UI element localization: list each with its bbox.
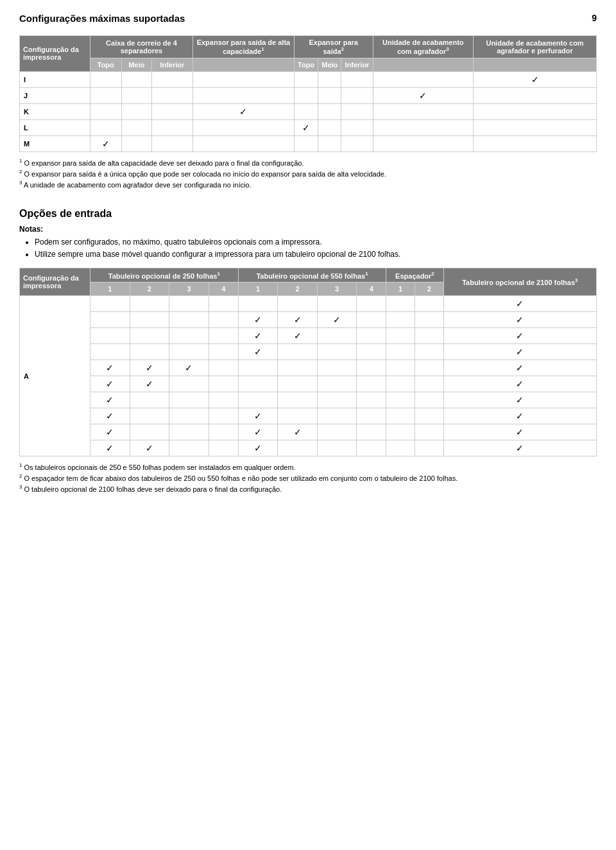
th-meio2: Meio <box>318 58 341 71</box>
table-row: ✓ ✓ ✓ ✓ <box>20 312 597 328</box>
row-label-M: M <box>20 135 90 152</box>
table-row: ✓ ✓ <box>20 344 597 360</box>
section2-heading: Opções de entrada <box>19 208 597 220</box>
th-agr <box>373 58 474 71</box>
table-row: A ✓ <box>20 296 597 312</box>
table-row: I ✓ <box>20 71 597 87</box>
th2-250-2: 2 <box>130 282 169 296</box>
config-table: Configuração da impressora Caixa de corr… <box>19 35 597 152</box>
th2-250-3: 3 <box>169 282 209 296</box>
th-expansor-saida: Expansor para saída2 <box>294 36 373 58</box>
table2-footnotes: 1 Os tabuleiros opcionais de 250 e 550 f… <box>19 462 597 494</box>
table-row: ✓ ✓ ✓ <box>20 408 597 424</box>
th2-250-1: 1 <box>90 282 130 296</box>
table-row: ✓ ✓ ✓ ✓ <box>20 424 597 440</box>
page-header: Configurações máximas suportadas 9 <box>19 13 597 24</box>
th2-2100: Tabuleiro opcional de 2100 folhas3 <box>443 268 596 296</box>
th2-550: Tabuleiro opcional de 550 folhas1 <box>238 268 386 282</box>
notes-list: Podem ser configurados, no máximo, quatr… <box>35 236 597 261</box>
note-item-1: Podem ser configurados, no máximo, quatr… <box>35 236 597 248</box>
table1-footnotes: 1 O expansor para saída de alta capacida… <box>19 157 597 190</box>
footnote-3a: 3 A unidade de acabamento com agrafador … <box>19 179 597 190</box>
th2-esp-1: 1 <box>386 282 415 296</box>
th-alta-cap <box>193 58 294 71</box>
row-label-L: L <box>20 119 90 135</box>
table-row: K ✓ <box>20 103 597 119</box>
th-acabamento-agr: Unidade de acabamento com agrafador3 <box>373 36 474 58</box>
page-title: Configurações máximas suportadas <box>19 13 185 24</box>
th-topo1: Topo <box>90 58 122 71</box>
table-row: ✓ ✓ ✓ ✓ <box>20 360 597 376</box>
th2-esp: Espaçador2 <box>386 268 443 282</box>
th2-550-3: 3 <box>317 282 357 296</box>
th2-550-4: 4 <box>357 282 386 296</box>
th-topo2: Topo <box>294 58 318 71</box>
input-options-table: Configuração da impressora Tabuleiro opc… <box>19 268 597 457</box>
row-label-J: J <box>20 87 90 103</box>
th-inferior1: Inferior <box>151 58 193 71</box>
th2-550-1: 1 <box>238 282 278 296</box>
table-row: ✓ ✓ ✓ <box>20 328 597 344</box>
th-perf <box>474 58 597 71</box>
table-row: M ✓ <box>20 135 597 152</box>
th-acabamento-perf: Unidade de acabamento com agrafador e pe… <box>474 36 597 58</box>
notes-label: Notas: <box>19 225 597 234</box>
footnote-2a: 2 O expansor para saída é a única opção … <box>19 168 597 179</box>
th2-250-4: 4 <box>209 282 238 296</box>
row-label-I: I <box>20 71 90 87</box>
table-row: J ✓ <box>20 87 597 103</box>
th-meio1: Meio <box>121 58 151 71</box>
table-row: ✓ ✓ <box>20 392 597 408</box>
row-label-A: A <box>20 296 90 456</box>
footnote-2b: 2 O espaçador tem de ficar abaixo dos ta… <box>19 473 597 483</box>
note-item-2: Utilize sempre uma base móvel quando con… <box>35 248 597 261</box>
th2-config: Configuração da impressora <box>20 268 90 296</box>
th-config: Configuração da impressora <box>20 36 90 72</box>
page-number: 9 <box>592 13 597 23</box>
th2-esp-2: 2 <box>415 282 443 296</box>
table-row: L ✓ <box>20 119 597 135</box>
footnote-3b: 3 O tabuleiro opcional de 2100 folhas de… <box>19 483 597 494</box>
th-expansor-alta: Expansor para saída de alta capacidade1 <box>193 36 294 58</box>
th2-550-2: 2 <box>278 282 318 296</box>
table-row: ✓ ✓ ✓ ✓ <box>20 440 597 456</box>
th-caixa: Caixa de correio de 4 separadores <box>90 36 193 58</box>
footnote-1b: 1 Os tabuleiros opcionais de 250 e 550 f… <box>19 462 597 473</box>
th-inferior2: Inferior <box>341 58 373 71</box>
table-row: ✓ ✓ ✓ <box>20 376 597 392</box>
row-label-K: K <box>20 103 90 119</box>
th2-250: Tabuleiro opcional de 250 folhas1 <box>90 268 239 282</box>
footnote-1a: 1 O expansor para saída de alta capacida… <box>19 157 597 168</box>
